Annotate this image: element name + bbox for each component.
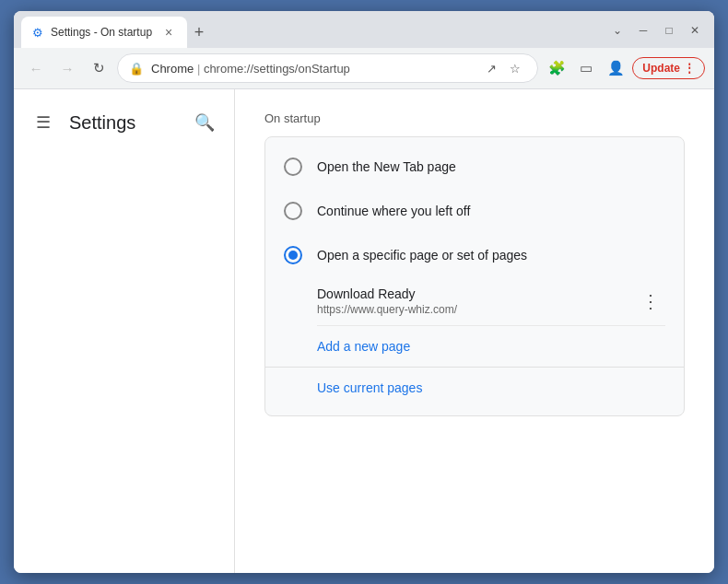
menu-icon-button[interactable]: ☰ xyxy=(29,108,58,137)
page-entry-info: Download Ready https://www.query-whiz.co… xyxy=(317,286,628,316)
add-new-page-link[interactable]: Add a new page xyxy=(317,339,410,354)
update-label: Update xyxy=(642,62,680,75)
page-entry-name: Download Ready xyxy=(317,286,628,301)
omnibox-site: Chrome | chrome://settings/onStartup xyxy=(151,62,473,76)
content-area: PC ☰ Settings 🔍 On startup Open the New … xyxy=(14,89,714,573)
radio-inner-specific xyxy=(288,251,298,260)
radio-option-continue[interactable]: Continue where you left off xyxy=(265,189,684,233)
profile-icon[interactable]: 👤 xyxy=(603,55,628,81)
title-bar-actions: ⌄ ─ □ ✕ xyxy=(605,18,707,42)
reload-button[interactable]: ↻ xyxy=(86,55,112,81)
new-tab-button[interactable]: + xyxy=(187,20,211,44)
forward-button[interactable]: → xyxy=(54,55,80,81)
use-current-pages-option[interactable]: Use current pages xyxy=(265,368,684,408)
sidebar-icon[interactable]: ▭ xyxy=(573,55,599,81)
nav-bar: ← → ↻ 🔒 Chrome | chrome://settings/onSta… xyxy=(14,48,714,89)
tab-close-button[interactable]: × xyxy=(161,25,176,40)
share-button[interactable]: ↗ xyxy=(480,57,502,79)
tab-bar: ⚙ Settings - On startup × + xyxy=(21,17,602,48)
update-menu-icon: ⋮ xyxy=(684,62,695,75)
minimize-button[interactable]: ─ xyxy=(631,18,655,42)
settings-title: Settings xyxy=(69,112,135,134)
radio-circle-specific xyxy=(284,246,302,264)
chevron-down-icon[interactable]: ⌄ xyxy=(605,18,629,42)
page-entry: Download Ready https://www.query-whiz.co… xyxy=(265,277,684,325)
settings-main: On startup Open the New Tab page Continu… xyxy=(235,89,714,573)
omnibox-actions: ↗ ☆ xyxy=(480,57,526,79)
page-entry-url: https://www.query-whiz.com/ xyxy=(317,303,628,316)
radio-circle-continue xyxy=(284,202,302,220)
startup-card: Open the New Tab page Continue where you… xyxy=(264,136,685,416)
browser-window: ⚙ Settings - On startup × + ⌄ ─ □ ✕ ← → … xyxy=(14,11,714,573)
use-current-pages-link[interactable]: Use current pages xyxy=(317,380,422,395)
nav-actions: 🧩 ▭ 👤 Update ⋮ xyxy=(544,55,705,81)
back-button[interactable]: ← xyxy=(23,55,49,81)
lock-icon: 🔒 xyxy=(129,62,144,76)
close-button[interactable]: ✕ xyxy=(683,18,707,42)
radio-label-continue: Continue where you left off xyxy=(317,204,470,218)
tab-title: Settings - On startup xyxy=(51,26,154,39)
radio-option-specific[interactable]: Open a specific page or set of pages xyxy=(265,233,684,277)
update-button[interactable]: Update ⋮ xyxy=(632,57,705,79)
radio-circle-new-tab xyxy=(284,158,302,176)
radio-option-new-tab[interactable]: Open the New Tab page xyxy=(265,145,684,189)
settings-layout: ☰ Settings 🔍 On startup Open the New Tab… xyxy=(14,89,714,573)
extension-icon[interactable]: 🧩 xyxy=(544,55,569,81)
bookmark-button[interactable]: ☆ xyxy=(504,57,526,79)
settings-sidebar: ☰ Settings 🔍 xyxy=(14,89,235,573)
active-tab[interactable]: ⚙ Settings - On startup × xyxy=(21,17,187,48)
search-icon[interactable]: 🔍 xyxy=(190,108,219,137)
add-new-page-option[interactable]: Add a new page xyxy=(265,326,684,367)
title-bar: ⚙ Settings - On startup × + ⌄ ─ □ ✕ xyxy=(14,11,714,48)
radio-label-specific: Open a specific page or set of pages xyxy=(317,248,527,263)
sidebar-header: ☰ Settings 🔍 xyxy=(14,97,234,148)
restore-button[interactable]: □ xyxy=(657,18,681,42)
tab-favicon-icon: ⚙ xyxy=(32,26,43,40)
radio-label-new-tab: Open the New Tab page xyxy=(317,159,456,174)
omnibox[interactable]: 🔒 Chrome | chrome://settings/onStartup ↗… xyxy=(117,53,538,83)
on-startup-label: On startup xyxy=(264,111,685,125)
page-entry-menu-button[interactable]: ⋮ xyxy=(636,286,665,316)
